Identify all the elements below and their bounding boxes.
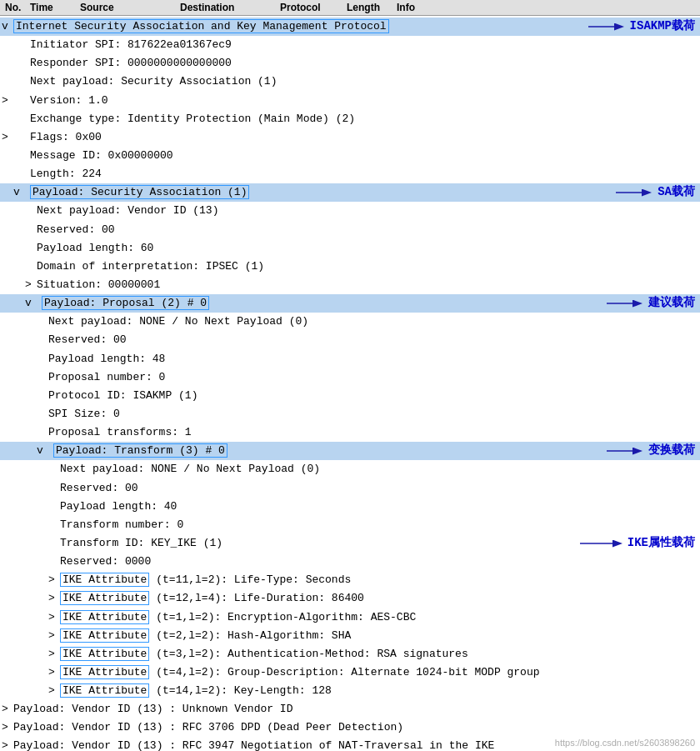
tree-row: Initiator SPI: 817622ea01367ec9 bbox=[0, 36, 700, 54]
tree-row: SPI Size: 0 bbox=[0, 405, 700, 423]
ike-text: (t=11,l=2): Life-Type: Seconds bbox=[149, 573, 351, 586]
col-info: Info bbox=[397, 2, 695, 13]
row-text: Payload length: 48 bbox=[48, 351, 165, 368]
row-text: IKE Attribute (t=4,l=2): Group-Descripti… bbox=[60, 664, 540, 681]
arrow-svg-ike bbox=[580, 536, 626, 551]
row-text-transform: Payload: Transform (3) # 0 bbox=[53, 443, 698, 459]
tree-row[interactable]: > Situation: 00000001 bbox=[0, 276, 700, 294]
toggle-transform[interactable]: v bbox=[37, 443, 48, 459]
tree-row[interactable]: > IKE Attribute (t=2,l=2): Hash-Algorith… bbox=[0, 627, 700, 645]
tree-row[interactable]: > IKE Attribute (t=1,l=2): Encryption-Al… bbox=[0, 608, 700, 627]
tree-row: Responder SPI: 0000000000000000 bbox=[0, 54, 700, 73]
toggle-sa[interactable]: v bbox=[13, 184, 25, 201]
table-header: No. Time Source Destination Protocol Len… bbox=[0, 0, 700, 16]
boxed-proposal: Payload: Proposal (2) # 0 bbox=[42, 296, 209, 310]
tree-row-sa[interactable]: v Payload: Security Association (1) SA载荷 bbox=[0, 183, 700, 202]
ike-text: (t=14,l=2): Key-Length: 128 bbox=[149, 684, 331, 697]
row-text-proposal: Payload: Proposal (2) # 0 bbox=[42, 295, 698, 312]
tree-row: Reserved: 00 bbox=[0, 479, 700, 498]
ike-text: (t=12,l=4): Life-Duration: 86400 bbox=[149, 592, 363, 604]
ike-box: IKE Attribute bbox=[60, 665, 149, 679]
tree-row: Next payload: Security Association (1) bbox=[0, 73, 700, 91]
tree-row[interactable]: > Version: 1.0 bbox=[0, 92, 700, 110]
ike-box: IKE Attribute bbox=[60, 683, 149, 698]
row-text: Payload length: 60 bbox=[37, 240, 153, 257]
tree-row-trans-id: Transform ID: KEY_IKE (1) IKE属性载荷 bbox=[0, 534, 700, 553]
tree-row: Protocol ID: ISAKMP (1) bbox=[0, 387, 700, 405]
row-text: Next payload: NONE / No Next Payload (0) bbox=[48, 313, 308, 330]
tree-row: Domain of interpretation: IPSEC (1) bbox=[0, 258, 700, 276]
annotation-sa: SA载荷 bbox=[658, 183, 695, 202]
row-text: Exchange type: Identity Protection (Main… bbox=[30, 111, 355, 128]
tree-row: Reserved: 00 bbox=[0, 331, 700, 349]
tree-row[interactable]: > IKE Attribute (t=4,l=2): Group-Descrip… bbox=[0, 663, 700, 682]
col-length: Length bbox=[347, 2, 397, 13]
row-text: IKE Attribute (t=1,l=2): Encryption-Algo… bbox=[60, 609, 416, 626]
tree-row: Proposal transforms: 1 bbox=[0, 423, 700, 442]
tree-row[interactable]: > Payload: Vendor ID (13) : RFC 3706 DPD… bbox=[0, 718, 700, 737]
ike-text: (t=3,l=2): Authentication-Method: RSA si… bbox=[149, 648, 468, 660]
tree-row: Reserved: 00 bbox=[0, 221, 700, 239]
tree-row[interactable]: > IKE Attribute (t=14,l=2): Key-Length: … bbox=[0, 682, 700, 700]
row-text: Reserved: 0000 bbox=[60, 553, 151, 570]
arrow-svg-sa bbox=[616, 185, 656, 200]
row-text: Proposal number: 0 bbox=[48, 369, 165, 386]
row-text: Proposal transforms: 1 bbox=[48, 424, 192, 441]
toggle-proposal[interactable]: v bbox=[25, 295, 37, 312]
row-text: Payload: Vendor ID (13) : RFC 3947 Negot… bbox=[13, 738, 494, 751]
col-protocol: Protocol bbox=[280, 2, 347, 13]
row-text: IKE Attribute (t=14,l=2): Key-Length: 12… bbox=[60, 683, 332, 699]
tree-row[interactable]: > IKE Attribute (t=12,l=4): Life-Duratio… bbox=[0, 589, 700, 608]
tree-row: Message ID: 0x00000000 bbox=[0, 147, 700, 165]
ike-box: IKE Attribute bbox=[60, 573, 149, 587]
tree-row[interactable]: > Payload: Vendor ID (13) : Unknown Vend… bbox=[0, 700, 700, 718]
col-source: Source bbox=[80, 2, 180, 13]
row-text: SPI Size: 0 bbox=[48, 406, 120, 423]
tree-row-transform[interactable]: v Payload: Transform (3) # 0 变换载荷 bbox=[0, 442, 700, 460]
arrow-to-transform: 变换载荷 bbox=[607, 442, 695, 460]
tree-row: Proposal number: 0 bbox=[0, 368, 700, 387]
tree-row: Exchange type: Identity Protection (Main… bbox=[0, 110, 700, 128]
boxed-label: Internet Security Association and Key Ma… bbox=[13, 19, 389, 33]
toggle-root[interactable]: v bbox=[2, 18, 13, 35]
annotation-ike-attr: IKE属性载荷 bbox=[628, 534, 695, 553]
arrow-to-proposal: 建议载荷 bbox=[607, 294, 695, 313]
row-text: Payload: Vendor ID (13) : RFC 3706 DPD (… bbox=[13, 719, 403, 736]
row-text: Payload length: 40 bbox=[60, 498, 177, 515]
ike-box: IKE Attribute bbox=[60, 647, 149, 661]
row-text: IKE Attribute (t=2,l=2): Hash-Algorithm:… bbox=[60, 628, 351, 644]
annotation-transform: 变换载荷 bbox=[648, 442, 695, 460]
row-text: Next payload: Vendor ID (13) bbox=[37, 203, 218, 219]
tree-row: Reserved: 0000 bbox=[0, 553, 700, 571]
row-text: Reserved: 00 bbox=[37, 222, 115, 238]
col-destination: Destination bbox=[180, 2, 280, 13]
row-text: Domain of interpretation: IPSEC (1) bbox=[37, 258, 264, 275]
tree-row[interactable]: v Internet Security Association and Key … bbox=[0, 18, 700, 36]
col-time: Time bbox=[30, 2, 80, 13]
tree-row-proposal[interactable]: v Payload: Proposal (2) # 0 建议载荷 bbox=[0, 294, 700, 313]
row-text: Transform number: 0 bbox=[60, 517, 183, 533]
arrow-svg-trans bbox=[607, 443, 647, 458]
ike-box: IKE Attribute bbox=[60, 610, 149, 624]
ike-box: IKE Attribute bbox=[60, 628, 149, 643]
arrow-svg-prop bbox=[607, 296, 647, 311]
tree-container: v Internet Security Association and Key … bbox=[0, 16, 700, 751]
tree-row[interactable]: > Flags: 0x00 bbox=[0, 128, 700, 147]
row-text: IKE Attribute (t=3,l=2): Authentication-… bbox=[60, 646, 468, 663]
boxed-transform: Payload: Transform (3) # 0 bbox=[53, 443, 228, 458]
row-text: Initiator SPI: 817622ea01367ec9 bbox=[30, 37, 232, 53]
row-text: Next payload: Security Association (1) bbox=[30, 73, 277, 90]
watermark: https://blog.csdn.net/s2603898260 bbox=[555, 738, 695, 748]
tree-row[interactable]: > IKE Attribute (t=11,l=2): Life-Type: S… bbox=[0, 571, 700, 589]
tree-row: Payload length: 40 bbox=[0, 498, 700, 516]
tree-row[interactable]: > IKE Attribute (t=3,l=2): Authenticatio… bbox=[0, 645, 700, 663]
row-text: Situation: 00000001 bbox=[37, 277, 160, 293]
ike-box: IKE Attribute bbox=[60, 591, 149, 605]
tree-row: Next payload: Vendor ID (13) bbox=[0, 202, 700, 220]
boxed-sa: Payload: Security Association (1) bbox=[30, 185, 249, 199]
row-text: Reserved: 00 bbox=[48, 332, 127, 348]
row-text: Reserved: 00 bbox=[60, 480, 138, 497]
row-text: Responder SPI: 0000000000000000 bbox=[30, 55, 232, 72]
tree-row: Payload length: 60 bbox=[0, 239, 700, 258]
arrow-to-isakmp: ISAKMP载荷 bbox=[588, 18, 695, 36]
